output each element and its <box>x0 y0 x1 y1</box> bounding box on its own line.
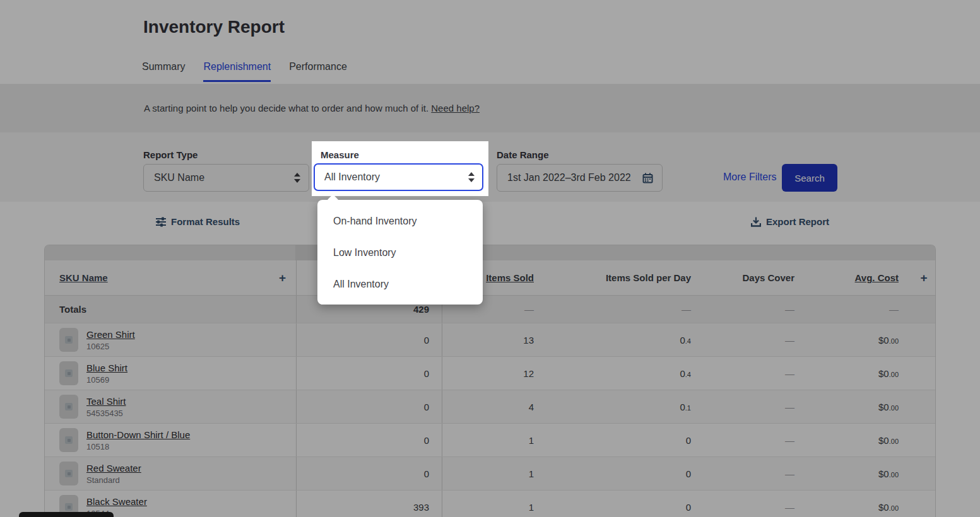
measure-label: Measure <box>321 149 359 160</box>
measure-option-on-hand-inventory[interactable]: On-hand Inventory <box>317 206 483 237</box>
dim-overlay <box>0 0 980 517</box>
measure-field-spotlight: Measure All Inventory <box>312 141 488 196</box>
spinner-arrows-icon <box>468 172 475 182</box>
measure-value: All Inventory <box>315 171 468 183</box>
measure-option-all-inventory[interactable]: All Inventory <box>317 269 483 300</box>
measure-select[interactable]: All Inventory <box>314 163 483 191</box>
measure-dropdown-menu: On-hand Inventory Low Inventory All Inve… <box>317 200 483 305</box>
measure-option-low-inventory[interactable]: Low Inventory <box>317 237 483 269</box>
